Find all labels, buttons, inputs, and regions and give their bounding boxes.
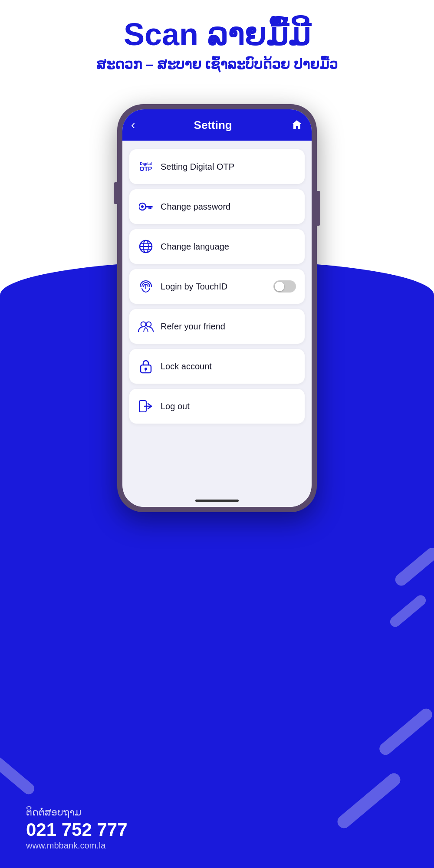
svg-point-11 bbox=[146, 322, 151, 327]
phone-header: ‹ Setting bbox=[122, 109, 312, 141]
home-icon[interactable] bbox=[291, 119, 303, 131]
phone-container: ‹ Setting Digital OTP Setting Digital OT… bbox=[117, 104, 317, 512]
svg-rect-3 bbox=[150, 207, 151, 209]
menu-item-change-language[interactable]: Change language bbox=[129, 229, 305, 264]
menu-item-touchid[interactable]: Login by TouchID bbox=[129, 269, 305, 304]
menu-item-logout[interactable]: Log out bbox=[129, 389, 305, 424]
screen-title: Setting bbox=[194, 118, 232, 132]
fingerprint-icon bbox=[138, 279, 154, 294]
footer-area: ຕິດຕໍ່ສອບຖາມ 021 752 777 www.mbbank.com.… bbox=[26, 807, 128, 851]
phone-inner: ‹ Setting Digital OTP Setting Digital OT… bbox=[122, 109, 312, 507]
menu-item-change-password[interactable]: Change password bbox=[129, 189, 305, 224]
phone-outer: ‹ Setting Digital OTP Setting Digital OT… bbox=[117, 104, 317, 512]
key-icon bbox=[138, 199, 154, 214]
svg-point-1 bbox=[141, 205, 144, 208]
logout-icon bbox=[138, 398, 154, 414]
footer-website: www.mbbank.com.la bbox=[26, 841, 128, 851]
menu-label-refer-friend: Refer your friend bbox=[161, 322, 296, 332]
menu-label-change-language: Change language bbox=[161, 242, 296, 252]
menu-label-logout: Log out bbox=[161, 401, 296, 411]
digital-otp-icon: Digital OTP bbox=[138, 159, 154, 174]
menu-label-digital-otp: Setting Digital OTP bbox=[161, 162, 296, 172]
toggle-knob bbox=[275, 282, 284, 291]
menu-item-digital-otp[interactable]: Digital OTP Setting Digital OTP bbox=[129, 149, 305, 184]
svg-rect-4 bbox=[148, 207, 150, 209]
main-title: Scan ລາຍມື້ມີ bbox=[0, 17, 434, 52]
globe-icon bbox=[138, 239, 154, 254]
phone-content: Digital OTP Setting Digital OTP bbox=[122, 141, 312, 494]
header-area: Scan ລາຍມື້ມີ ສະດວກ – ສະບາຍ ເຊົ້າລະບົບດ້… bbox=[0, 17, 434, 72]
lock-icon bbox=[138, 358, 154, 374]
menu-label-touchid: Login by TouchID bbox=[161, 282, 266, 292]
people-icon bbox=[138, 319, 154, 334]
menu-item-lock-account[interactable]: Lock account bbox=[129, 349, 305, 384]
menu-item-refer-friend[interactable]: Refer your friend bbox=[129, 309, 305, 344]
sub-title: ສະດວກ – ສະບາຍ ເຊົ້າລະບົບດ້ວຍ ປາຍມື້ວ bbox=[0, 56, 434, 72]
footer-contact-label: ຕິດຕໍ່ສອບຖາມ bbox=[26, 807, 128, 818]
touchid-toggle[interactable] bbox=[273, 280, 296, 293]
menu-label-change-password: Change password bbox=[161, 202, 296, 212]
back-button[interactable]: ‹ bbox=[131, 118, 135, 132]
svg-point-10 bbox=[141, 322, 146, 327]
svg-rect-14 bbox=[145, 369, 146, 372]
menu-label-lock-account: Lock account bbox=[161, 362, 296, 372]
home-indicator bbox=[195, 500, 239, 502]
phone-bottom-bar bbox=[122, 494, 312, 507]
footer-phone: 021 752 777 bbox=[26, 821, 128, 839]
svg-rect-2 bbox=[145, 206, 153, 207]
